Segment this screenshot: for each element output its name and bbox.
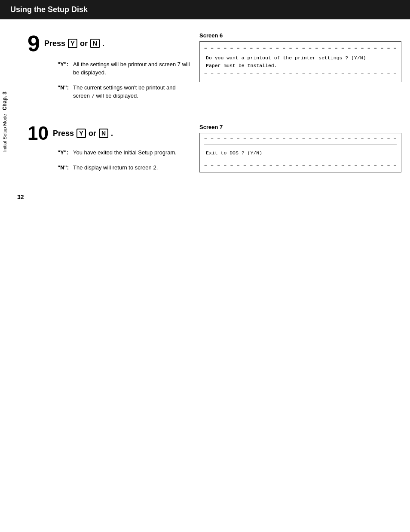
screen-6-equals-bottom: = = = = = = = = = = = = = = = = = = = = …	[204, 72, 397, 78]
step-10-instruction: Press Y or N .	[53, 129, 113, 138]
step-9-y-text: All the settings will be printout and sc…	[73, 61, 191, 77]
step-9-instruction: Press Y or N .	[44, 39, 104, 48]
screen-7-equals-bottom: = = = = = = = = = = = = = = = = = = = = …	[204, 162, 397, 169]
screen-7-label: Screen 7	[199, 124, 401, 130]
step-10-suffix: .	[111, 129, 113, 138]
screen-6-line2: Paper must be Installed.	[206, 62, 395, 69]
step-10-n-key: "N":	[58, 164, 73, 172]
step-9-detail-y: "Y": All the settings will be printout a…	[58, 61, 191, 77]
sidebar-chap-label: Chap. 3	[1, 92, 9, 110]
step-9-n-key: "N":	[58, 84, 73, 100]
step-9-detail-n: "N": The current settings won't be print…	[58, 84, 191, 100]
step-9-right: Screen 6 = = = = = = = = = = = = = = = =…	[191, 32, 401, 107]
step-10-n-text: The display will return to screen 2.	[73, 164, 191, 172]
step-10-or-label: or	[89, 129, 96, 138]
screen-7-body: Exit to DOS ? (Y/N)	[204, 147, 397, 159]
screen-6-line1: Do you want a printout of the printer se…	[206, 54, 395, 62]
step-9-or-label: or	[80, 39, 88, 48]
step-10-header: 10 Press Y or N .	[28, 124, 191, 143]
screen-7-equals-top: = = = = = = = = = = = = = = = = = = = = …	[204, 137, 397, 143]
sidebar: Chap. 3 Initial Setup Mode	[0, 34, 9, 209]
screen-7-line1: Exit to DOS ? (Y/N)	[206, 149, 395, 157]
sidebar-mode-label: Initial Setup Mode	[2, 114, 8, 152]
step-9-suffix: .	[102, 39, 104, 48]
step-9-key-n: N	[90, 39, 100, 48]
screen-6-box: = = = = = = = = = = = = = = = = = = = = …	[199, 41, 401, 82]
step-10-y-text: You have exited the Initial Setup progra…	[73, 149, 191, 157]
screen-6-label: Screen 6	[199, 32, 401, 39]
step-10-detail-n: "N": The display will return to screen 2…	[58, 164, 191, 172]
step-10-left: 10 Press Y or N . "Y": You have exited t…	[28, 124, 191, 179]
step-9-left: 9 Press Y or N . "Y": All the settings w…	[28, 32, 191, 107]
step-10-press-label: Press	[53, 129, 74, 138]
screen-6-equals-top: = = = = = = = = = = = = = = = = = = = = …	[204, 45, 397, 52]
screen-7-box: = = = = = = = = = = = = = = = = = = = = …	[199, 133, 401, 172]
step-9-row: 9 Press Y or N . "Y": All the settings w…	[28, 28, 393, 107]
step-9-y-key: "Y":	[58, 61, 73, 77]
step-9-press-label: Press	[44, 39, 65, 48]
step-9-number: 9	[28, 32, 40, 55]
step-10-key-y: Y	[76, 129, 86, 138]
step-9-details: "Y": All the settings will be printout a…	[28, 61, 191, 100]
page-title: Using the Setup Disk	[0, 0, 410, 19]
step-9-n-text: The current settings won't be printout a…	[73, 84, 191, 100]
step-9-key-y: Y	[68, 39, 77, 48]
step-10-number: 10	[28, 124, 49, 143]
step-10-row: 10 Press Y or N . "Y": You have exited t…	[28, 120, 393, 179]
step-10-key-n: N	[99, 129, 108, 138]
header-title-text: Using the Setup Disk	[10, 5, 88, 14]
step-10-details: "Y": You have exited the Initial Setup p…	[28, 149, 191, 172]
step-9-header: 9 Press Y or N .	[28, 32, 191, 55]
step-10-y-key: "Y":	[58, 149, 73, 157]
step-10-detail-y: "Y": You have exited the Initial Setup p…	[58, 149, 191, 157]
screen-6-body: Do you want a printout of the printer se…	[204, 52, 397, 72]
step-10-right: Screen 7 = = = = = = = = = = = = = = = =…	[191, 124, 401, 179]
page-number: 32	[17, 194, 24, 200]
